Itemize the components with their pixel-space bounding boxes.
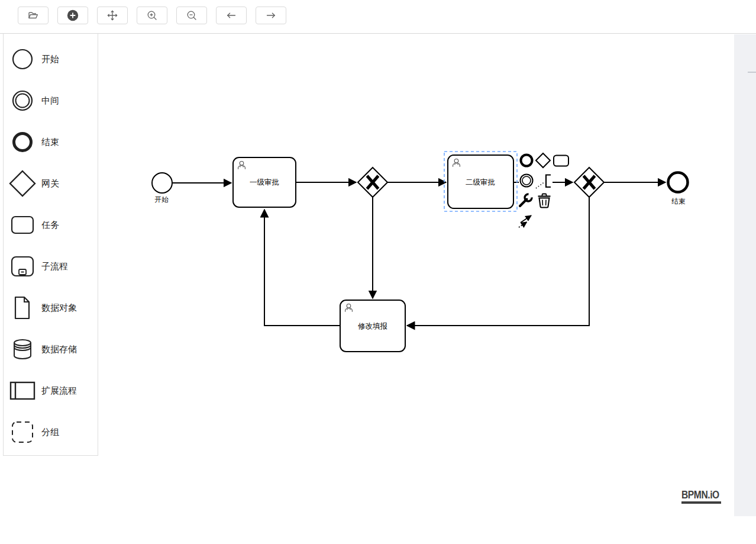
start-event-icon — [4, 47, 41, 71]
end-event-label: 结束 — [671, 198, 686, 205]
bpmn-io-watermark[interactable]: BPMN.iO — [681, 489, 728, 504]
context-pad-append-text-annotation-button[interactable] — [534, 173, 553, 189]
open-file-button[interactable] — [18, 7, 49, 24]
subprocess-icon — [4, 255, 41, 278]
zoom-out-button[interactable] — [176, 7, 207, 24]
diagram-canvas[interactable]: 开始 一级审批 二级审批 — [0, 34, 756, 544]
data-object-icon — [4, 296, 41, 320]
end-event-icon — [4, 130, 41, 154]
start-event-node[interactable]: 开始 — [152, 173, 172, 203]
watermark-underline — [681, 501, 721, 504]
zoom-in-icon — [146, 9, 158, 21]
context-pad-connect-button[interactable] — [516, 211, 537, 229]
context-pad-append-intermediate-event-button[interactable] — [519, 173, 535, 189]
palette-item-start-event[interactable]: 开始 — [4, 38, 98, 80]
end-event-node[interactable]: 结束 — [668, 173, 688, 205]
create-new-button[interactable] — [57, 7, 88, 24]
palette-item-expanded-process[interactable]: 扩展流程 — [4, 370, 98, 411]
palette-item-label: 数据存储 — [41, 344, 77, 355]
sequence-flow[interactable] — [264, 210, 340, 326]
exclusive-gateway-1[interactable] — [358, 168, 387, 197]
palette-item-label: 数据对象 — [41, 302, 77, 314]
user-task-approve-1[interactable]: 一级审批 — [233, 157, 296, 207]
element-palette: 开始 中间 结束 网关 任务 — [3, 34, 98, 456]
palette-item-group[interactable]: 分组 — [4, 411, 98, 453]
palette-item-label: 中间 — [41, 95, 59, 107]
palette-item-data-store[interactable]: 数据存储 — [4, 329, 98, 370]
bpmn-editor: 开始 中间 结束 网关 任务 — [0, 0, 756, 544]
task-label: 二级审批 — [466, 178, 495, 186]
zoom-out-icon — [186, 9, 198, 21]
redo-button[interactable] — [256, 7, 286, 24]
context-pad — [516, 153, 570, 229]
palette-item-label: 开始 — [41, 54, 59, 65]
palette-item-end-event[interactable]: 结束 — [4, 121, 98, 163]
context-pad-delete-button[interactable] — [537, 192, 552, 209]
palette-item-label: 子流程 — [41, 261, 68, 272]
zoom-in-button[interactable] — [137, 7, 167, 24]
plus-circle-icon — [67, 9, 79, 21]
trash-icon — [538, 194, 551, 208]
task-icon — [4, 213, 41, 237]
sequence-flow[interactable] — [407, 197, 589, 326]
intermediate-event-icon — [4, 89, 41, 112]
palette-item-label: 分组 — [41, 427, 59, 438]
right-side-panel — [734, 34, 756, 516]
context-pad-append-task-button[interactable] — [553, 154, 570, 168]
context-pad-append-end-event-button[interactable] — [519, 153, 534, 168]
task-label: 一级审批 — [250, 178, 279, 186]
palette-item-gateway[interactable]: 网关 — [4, 163, 98, 204]
palette-item-data-object[interactable]: 数据对象 — [4, 287, 98, 329]
toolbar — [0, 0, 756, 34]
palette-item-label: 结束 — [41, 137, 59, 148]
arrow-left-icon — [225, 9, 237, 21]
palette-item-subprocess[interactable]: 子流程 — [4, 246, 98, 287]
scrollbar-thumb[interactable] — [748, 72, 756, 73]
context-pad-change-type-button[interactable] — [518, 192, 534, 208]
group-icon — [4, 420, 41, 444]
data-store-icon — [4, 337, 41, 361]
palette-item-label: 扩展流程 — [41, 385, 77, 397]
palette-item-label: 任务 — [41, 220, 59, 231]
move-icon — [106, 9, 118, 21]
palette-item-task[interactable]: 任务 — [4, 204, 98, 246]
pan-tool-button[interactable] — [97, 7, 128, 24]
palette-item-label: 网关 — [41, 178, 59, 189]
context-pad-append-gateway-button[interactable] — [535, 153, 551, 168]
undo-button[interactable] — [216, 7, 247, 24]
folder-open-icon — [27, 9, 39, 21]
user-task-approve-2[interactable]: 二级审批 — [448, 155, 513, 208]
exclusive-gateway-2[interactable] — [574, 168, 604, 197]
arrow-right-icon — [265, 9, 277, 21]
task-icon — [554, 156, 568, 166]
user-task-revise[interactable]: 修改填报 — [340, 300, 405, 352]
expanded-process-icon — [4, 380, 41, 401]
task-label: 修改填报 — [358, 322, 388, 330]
gateway-icon — [4, 170, 41, 197]
watermark-text: BPMN.iO — [681, 489, 719, 501]
start-event-label: 开始 — [155, 196, 169, 203]
palette-item-intermediate-event[interactable]: 中间 — [4, 80, 98, 121]
end-event-icon — [521, 155, 532, 166]
